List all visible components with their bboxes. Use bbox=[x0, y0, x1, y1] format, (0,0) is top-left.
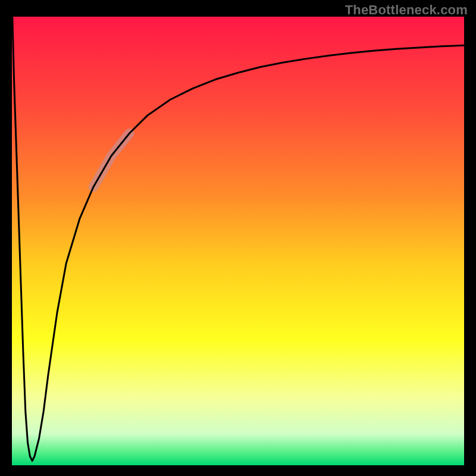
chart-svg bbox=[12, 17, 464, 465]
plot-area bbox=[12, 17, 464, 465]
watermark-text: TheBottleneck.com bbox=[345, 2, 468, 18]
chart-frame: TheBottleneck.com bbox=[0, 0, 476, 476]
gradient-background bbox=[12, 17, 464, 465]
